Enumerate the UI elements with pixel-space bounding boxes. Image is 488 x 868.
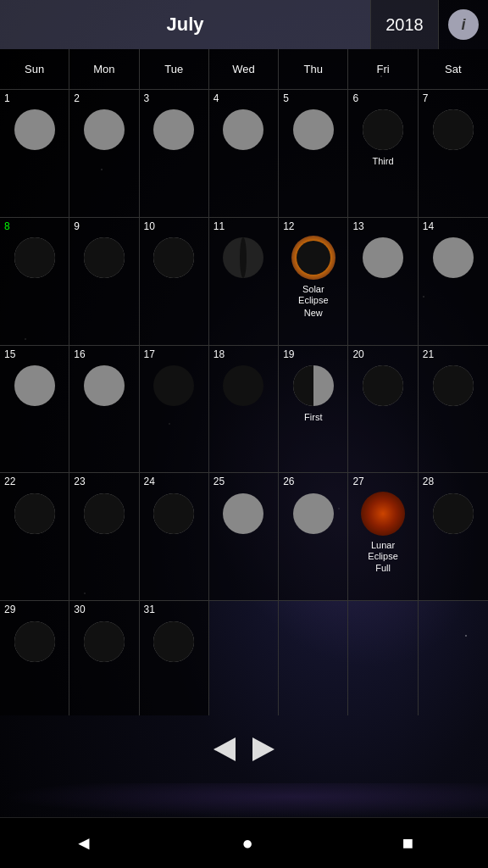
info-button[interactable]: i: [439, 0, 488, 49]
system-nav-bar: ◄ ● ■: [0, 817, 488, 868]
day-22[interactable]: 22: [0, 473, 69, 600]
day-23[interactable]: 23: [69, 473, 139, 600]
header-sun: Sun: [0, 49, 69, 89]
day-empty-1: [209, 601, 279, 715]
day-24[interactable]: 24: [140, 473, 209, 600]
info-icon: i: [448, 9, 479, 40]
day-19[interactable]: 19 First: [279, 346, 348, 473]
svg-point-19: [223, 365, 263, 406]
day-headers-row: Sun Mon Tue Wed Thu Fri Sat: [0, 49, 488, 90]
day-3[interactable]: 3: [140, 90, 209, 217]
day-13[interactable]: 13: [348, 218, 418, 345]
svg-marker-33: [214, 737, 236, 761]
day-12[interactable]: 12 SolarEclipse New: [279, 218, 348, 345]
month-display[interactable]: July: [0, 0, 371, 49]
day-27[interactable]: 27 LunarEclipse Full: [348, 473, 418, 600]
day-26[interactable]: 26: [279, 473, 348, 600]
header-sat: Sat: [419, 49, 488, 89]
day-7[interactable]: 7: [419, 90, 488, 217]
week-row-3: 15 16 17 18 19 First 20: [0, 346, 488, 474]
day-14[interactable]: 14: [419, 218, 488, 345]
home-button[interactable]: ●: [242, 832, 253, 854]
day-8[interactable]: 8: [0, 218, 69, 345]
navigation-arrows[interactable]: [0, 715, 488, 783]
calendar-grid: 1 2 3 4 5 6 Third: [0, 90, 488, 715]
header-tue: Tue: [140, 49, 209, 89]
day-empty-2: [279, 601, 348, 715]
day-31[interactable]: 31: [140, 601, 209, 715]
week-row-2: 8 9 10 11 12: [0, 218, 488, 346]
day-1[interactable]: 1: [0, 90, 69, 217]
day-17[interactable]: 17: [140, 346, 209, 473]
week-row-4: 22 23 24 25 26 27: [0, 473, 488, 601]
month-label: July: [166, 14, 203, 36]
day-16[interactable]: 16: [69, 346, 139, 473]
day-empty-3: [348, 601, 418, 715]
svg-point-18: [153, 365, 194, 406]
day-18[interactable]: 18: [209, 346, 279, 473]
day-29[interactable]: 29: [0, 601, 69, 715]
day-2[interactable]: 2: [69, 90, 139, 217]
header-mon: Mon: [69, 49, 139, 89]
day-11[interactable]: 11: [209, 218, 279, 345]
svg-point-27: [293, 493, 334, 534]
week-row-1: 1 2 3 4 5 6 Third: [0, 90, 488, 218]
day-empty-4: [419, 601, 488, 715]
day-20[interactable]: 20: [348, 346, 418, 473]
recents-button[interactable]: ■: [402, 832, 413, 854]
header: July 2018 i: [0, 0, 488, 49]
header-wed: Wed: [209, 49, 279, 89]
day-28[interactable]: 28: [419, 473, 488, 600]
arrows-icon: [210, 734, 278, 765]
svg-marker-34: [252, 737, 274, 761]
day-25[interactable]: 25: [209, 473, 279, 600]
day-15[interactable]: 15: [0, 346, 69, 473]
header-fri: Fri: [348, 49, 418, 89]
svg-point-28: [361, 492, 405, 536]
day-6[interactable]: 6 Third: [348, 90, 418, 217]
day-21[interactable]: 21: [419, 346, 488, 473]
day-10[interactable]: 10: [140, 218, 209, 345]
day-30[interactable]: 30: [69, 601, 139, 715]
header-thu: Thu: [279, 49, 348, 89]
year-display[interactable]: 2018: [371, 0, 439, 49]
svg-point-13: [297, 241, 330, 275]
back-button[interactable]: ◄: [75, 832, 93, 854]
svg-point-11: [240, 237, 247, 278]
day-9[interactable]: 9: [69, 218, 139, 345]
day-5[interactable]: 5: [279, 90, 348, 217]
day-4[interactable]: 4: [209, 90, 279, 217]
svg-point-26: [223, 493, 263, 534]
week-row-5: 29 30 31: [0, 601, 488, 715]
bottom-section: ◄ ● ■: [0, 715, 488, 868]
year-label: 2018: [385, 15, 424, 35]
